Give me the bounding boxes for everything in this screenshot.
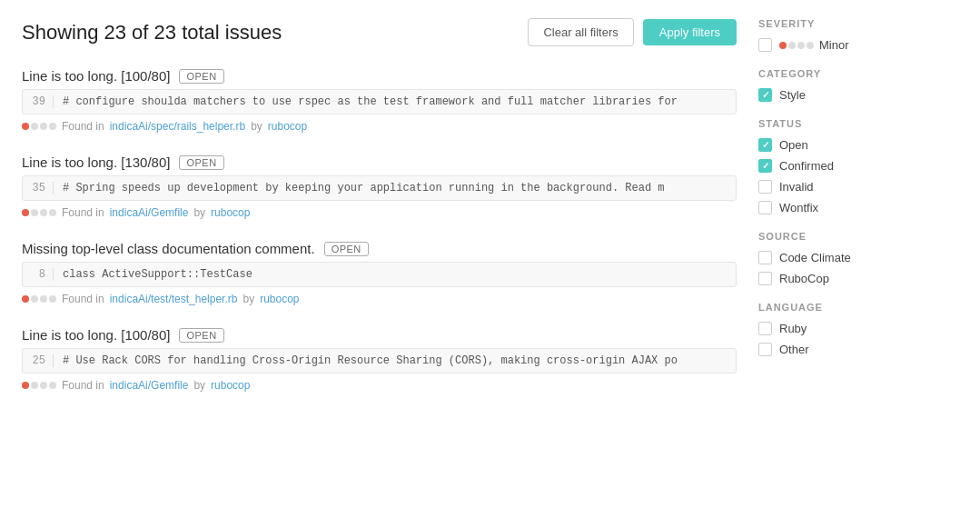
- checkbox-rubocop[interactable]: [758, 272, 772, 285]
- filter-item-invalid[interactable]: Invalid: [758, 180, 958, 194]
- issue-title-row: Line is too long. [130/80] OPEN: [22, 154, 737, 170]
- filter-section-category: CATEGORYStyle: [758, 68, 958, 102]
- filter-item-rubocop[interactable]: RuboCop: [758, 272, 958, 285]
- filter-label-code-climate: Code Climate: [779, 251, 851, 264]
- filter-label-invalid: Invalid: [779, 180, 814, 194]
- filter-item-other[interactable]: Other: [758, 343, 958, 356]
- line-number: 25: [32, 354, 54, 367]
- dot-2: [31, 382, 38, 389]
- status-badge: OPEN: [179, 69, 223, 84]
- dot-3: [40, 295, 47, 303]
- apply-filters-button[interactable]: Apply filters: [643, 19, 737, 45]
- filter-label-rubocop: RuboCop: [779, 272, 829, 285]
- filter-item-style[interactable]: Style: [758, 88, 958, 102]
- line-number: 8: [32, 268, 54, 281]
- found-in-text: Found in: [62, 206, 104, 219]
- issue-title: Missing top-level class documentation co…: [22, 241, 315, 256]
- filter-label-open: Open: [779, 138, 808, 152]
- filter-section-title: LANGUAGE: [758, 302, 958, 313]
- issue-title: Line is too long. [100/80]: [22, 68, 170, 84]
- issue-card: Missing top-level class documentation co…: [22, 241, 737, 305]
- found-in-text: Found in: [62, 120, 104, 133]
- checkbox-confirmed[interactable]: [758, 159, 772, 173]
- line-number: 35: [32, 182, 54, 194]
- filter-section-status: STATUSOpenConfirmedInvalidWontfix: [758, 118, 958, 214]
- file-link[interactable]: indicaAi/test/test_helper.rb: [110, 293, 238, 305]
- checkbox-other[interactable]: [758, 343, 772, 356]
- dot-3: [40, 209, 47, 216]
- dot-4: [49, 382, 56, 389]
- checkbox-open[interactable]: [758, 138, 772, 152]
- status-badge: OPEN: [179, 155, 223, 170]
- severity-dots: [22, 123, 56, 130]
- clear-filters-button[interactable]: Clear all filters: [528, 18, 633, 46]
- dot-4: [49, 123, 56, 130]
- code-text: # Use Rack CORS for handling Cross-Origi…: [63, 354, 678, 367]
- dot-1: [22, 382, 29, 389]
- filter-section-source: SOURCECode ClimateRuboCop: [758, 231, 958, 285]
- filter-item-open[interactable]: Open: [758, 138, 958, 152]
- dot-4: [49, 209, 56, 216]
- file-link[interactable]: indicaAi/Gemfile: [110, 379, 189, 392]
- filter-item-confirmed[interactable]: Confirmed: [758, 159, 958, 173]
- filter-section-title: SEVERITY: [758, 18, 958, 29]
- filter-item-ruby[interactable]: Ruby: [758, 322, 958, 335]
- checkbox-code-climate[interactable]: [758, 251, 772, 264]
- checkbox-style[interactable]: [758, 88, 772, 102]
- issue-meta: Found in indicaAi/Gemfile by rubocop: [22, 206, 737, 219]
- issue-meta: Found in indicaAi/spec/rails_helper.rb b…: [22, 120, 737, 133]
- author-link[interactable]: rubocop: [268, 120, 307, 133]
- code-block: 35 # Spring speeds up development by kee…: [22, 175, 737, 201]
- issues-list: Line is too long. [100/80] OPEN 39 # con…: [22, 68, 737, 392]
- by-text: by: [193, 206, 205, 219]
- file-link[interactable]: indicaAi/Gemfile: [110, 206, 189, 219]
- code-text: class ActiveSupport::TestCase: [63, 268, 252, 281]
- issue-title: Line is too long. [100/80]: [22, 327, 170, 343]
- found-in-text: Found in: [62, 379, 104, 392]
- dot-1: [22, 295, 29, 303]
- severity-dots: [22, 382, 56, 389]
- dot-2: [31, 209, 38, 216]
- minor-dot-2: [788, 42, 796, 49]
- issue-card: Line is too long. [100/80] OPEN 25 # Use…: [22, 327, 737, 392]
- filter-label-style: Style: [779, 88, 806, 102]
- code-text: # configure shoulda matchers to use rspe…: [63, 95, 678, 108]
- issue-card: Line is too long. [130/80] OPEN 35 # Spr…: [22, 154, 737, 219]
- dot-3: [40, 382, 47, 389]
- by-text: by: [251, 120, 262, 133]
- file-link[interactable]: indicaAi/spec/rails_helper.rb: [110, 120, 245, 133]
- checkbox-minor[interactable]: [758, 38, 772, 52]
- filter-item-wontfix[interactable]: Wontfix: [758, 201, 958, 214]
- status-badge: OPEN: [179, 328, 223, 343]
- dot-3: [40, 123, 47, 130]
- filter-item-code-climate[interactable]: Code Climate: [758, 251, 958, 264]
- author-link[interactable]: rubocop: [260, 293, 299, 305]
- checkbox-ruby[interactable]: [758, 322, 772, 335]
- severity-dots: [22, 295, 56, 303]
- code-block: 39 # configure shoulda matchers to use r…: [22, 89, 737, 115]
- filter-label-ruby: Ruby: [779, 322, 807, 335]
- code-block: 25 # Use Rack CORS for handling Cross-Or…: [22, 348, 737, 374]
- by-text: by: [193, 379, 205, 392]
- author-link[interactable]: rubocop: [211, 206, 250, 219]
- filter-label-other: Other: [779, 343, 809, 356]
- issue-title-row: Missing top-level class documentation co…: [22, 241, 737, 256]
- minor-dot-1: [779, 42, 787, 49]
- filter-section-title: CATEGORY: [758, 68, 958, 79]
- filter-item-minor[interactable]: Minor: [758, 38, 958, 52]
- main-content: Showing 23 of 23 total issues Clear all …: [22, 18, 737, 413]
- issue-title-row: Line is too long. [100/80] OPEN: [22, 68, 737, 84]
- issue-title-row: Line is too long. [100/80] OPEN: [22, 327, 737, 343]
- issue-card: Line is too long. [100/80] OPEN 39 # con…: [22, 68, 737, 133]
- found-in-text: Found in: [62, 293, 104, 305]
- checkbox-invalid[interactable]: [758, 180, 772, 194]
- author-link[interactable]: rubocop: [211, 379, 250, 392]
- severity-dots: [22, 209, 56, 216]
- issue-meta: Found in indicaAi/test/test_helper.rb by…: [22, 293, 737, 305]
- checkbox-wontfix[interactable]: [758, 201, 772, 214]
- issue-meta: Found in indicaAi/Gemfile by rubocop: [22, 379, 737, 392]
- page-title: Showing 23 of 23 total issues: [22, 21, 282, 45]
- dot-4: [49, 295, 56, 303]
- line-number: 39: [32, 95, 54, 108]
- filter-label-wontfix: Wontfix: [779, 201, 818, 214]
